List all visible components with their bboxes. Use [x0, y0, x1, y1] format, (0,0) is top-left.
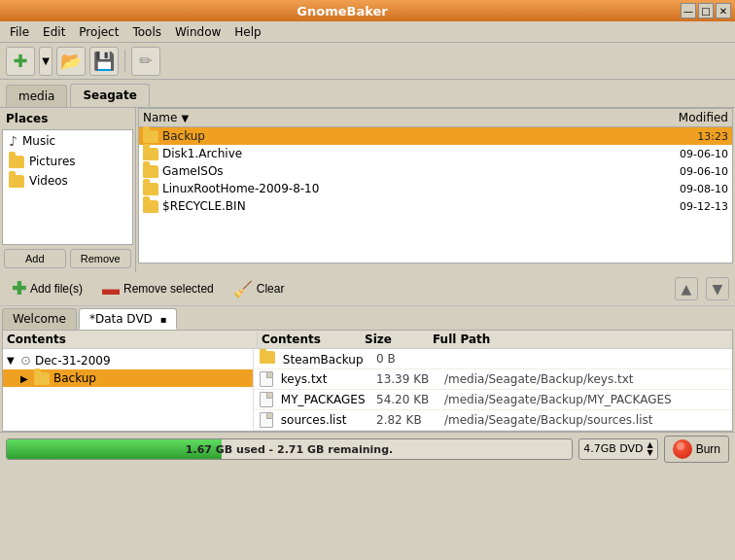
pictures-icon [9, 156, 24, 168]
add-place-button[interactable]: Add [4, 249, 66, 268]
add-icon: ✚ [12, 278, 26, 299]
places-list: ♪ Music Pictures Videos [2, 129, 133, 245]
clear-button[interactable]: 🧹 Clear [228, 278, 291, 300]
dvd-down-arrow[interactable]: ▼ [647, 449, 652, 457]
add-files-label: Add file(s) [30, 282, 83, 296]
content-row-2[interactable]: MY_PACKAGES 54.20 KB /media/Seagate/Back… [254, 390, 732, 410]
menu-file[interactable]: File [4, 23, 35, 41]
file-icon-keys [260, 371, 273, 387]
action-toolbar: ✚ Add file(s) ▬ Remove selected 🧹 Clear … [0, 272, 735, 305]
menubar: File Edit Project Tools Window Help [0, 21, 735, 43]
add-files-button[interactable]: ✚ Add file(s) [6, 276, 88, 301]
tab-close-icon[interactable]: ▪ [160, 314, 167, 325]
top-tab-row: media Seagate [0, 80, 735, 107]
burn-button[interactable]: Burn [664, 436, 729, 463]
menu-tools[interactable]: Tools [126, 23, 167, 41]
folder-icon-steam [260, 351, 275, 364]
tab-media[interactable]: media [6, 85, 67, 107]
progress-bar-container: 1.67 GB used - 2.71 GB remaining. [6, 438, 573, 460]
burn-label: Burn [696, 442, 720, 456]
maximize-button[interactable]: □ [698, 3, 714, 18]
content-row-1[interactable]: keys.txt 13.39 KB /media/Seagate/Backup/… [254, 369, 732, 390]
places-item-videos[interactable]: Videos [3, 171, 132, 191]
bottom-tab-row: Welcome *Data DVD ▪ [0, 305, 735, 330]
places-label: Places [0, 108, 135, 129]
file-list-header: Name ▼ Modified [139, 109, 732, 127]
expand-arrow-2: ▶ [20, 373, 34, 384]
window-controls: — □ ✕ [681, 3, 731, 18]
broom-icon: 🧹 [233, 280, 253, 298]
progress-label: 1.67 GB used - 2.71 GB remaining. [186, 442, 393, 455]
file-date-1: 09-06-10 [660, 148, 728, 160]
open-button[interactable]: 📂 [56, 47, 86, 76]
content-header-left: Contents [7, 332, 258, 346]
file-name-3: LinuxRootHome-2009-8-10 [143, 182, 660, 195]
content-header-path: Full Path [433, 332, 728, 346]
file-date-2: 09-06-10 [660, 165, 728, 178]
backup-folder-icon [34, 372, 50, 385]
file-date-3: 09-08-10 [660, 183, 728, 195]
dropdown-arrow[interactable]: ▼ [39, 47, 52, 76]
content-header-contents: Contents [258, 332, 365, 346]
places-item-pictures[interactable]: Pictures [3, 152, 132, 171]
content-row-3[interactable]: sources.list 2.82 KB /media/Seagate/Back… [254, 410, 732, 431]
disc-label: Dec-31-2009 [35, 354, 111, 368]
tree-row-backup[interactable]: ▶ Backup [3, 369, 253, 387]
file-browser-panel: Name ▼ Modified Backup 13:23 Disk1.Archi… [136, 108, 735, 272]
file-row-0[interactable]: Backup 13:23 [139, 127, 732, 145]
places-label-pictures: Pictures [29, 155, 76, 168]
remove-selected-button[interactable]: ▬ Remove selected [96, 277, 220, 301]
dvd-arrows: ▲ ▼ [647, 441, 652, 457]
places-panel: Places ♪ Music Pictures Videos Add Remov… [0, 108, 136, 272]
content-row-0[interactable]: SteamBackup 0 B [254, 349, 732, 369]
close-button[interactable]: ✕ [716, 3, 731, 18]
tree-row-disc[interactable]: ▼ ⊙ Dec-31-2009 [3, 351, 253, 369]
disc-icon: ⊙ [20, 353, 31, 368]
folder-icon-4 [143, 200, 158, 213]
dvd-selector[interactable]: 4.7GB DVD ▲ ▼ [578, 438, 658, 460]
bottom-tab-data-dvd[interactable]: *Data DVD ▪ [79, 308, 178, 330]
main-toolbar: ✚ ▼ 📂 💾 ✏️ [0, 43, 735, 80]
file-name-4: $RECYCLE.BIN [143, 199, 660, 213]
tab-seagate[interactable]: Seagate [70, 84, 149, 107]
remove-selected-label: Remove selected [123, 282, 214, 296]
file-row-2[interactable]: GameISOs 09-06-10 [139, 162, 732, 180]
menu-window[interactable]: Window [169, 23, 227, 41]
down-button[interactable]: ▼ [706, 277, 729, 300]
remove-place-button[interactable]: Remove [70, 249, 132, 268]
menu-edit[interactable]: Edit [37, 23, 71, 41]
content-header-size: Size [365, 332, 433, 346]
file-name-0: Backup [143, 129, 660, 143]
music-icon: ♪ [9, 133, 18, 149]
file-row-3[interactable]: LinuxRootHome-2009-8-10 09-08-10 [139, 180, 732, 197]
content-headers: Contents Contents Size Full Path [3, 331, 732, 349]
places-buttons: Add Remove [0, 245, 135, 272]
file-row-4[interactable]: $RECYCLE.BIN 09-12-13 [139, 197, 732, 215]
folder-icon-3 [143, 183, 158, 195]
titlebar: GnomeBaker — □ ✕ [0, 0, 735, 21]
file-icon-sources [260, 412, 273, 428]
places-label-videos: Videos [29, 174, 68, 188]
up-button[interactable]: ▲ [675, 277, 698, 300]
menu-help[interactable]: Help [228, 23, 266, 41]
edit-button[interactable]: ✏️ [131, 47, 160, 76]
new-button[interactable]: ✚ [6, 47, 35, 76]
places-item-music[interactable]: ♪ Music [3, 130, 132, 152]
file-date-0: 13:23 [660, 130, 728, 143]
content-area: Contents Contents Size Full Path ▼ ⊙ Dec… [2, 330, 733, 432]
file-row-1[interactable]: Disk1.Archive 09-06-10 [139, 145, 732, 162]
remove-icon: ▬ [102, 279, 120, 299]
expand-arrow: ▼ [7, 355, 20, 366]
folder-icon-2 [143, 165, 158, 178]
main-area: Places ♪ Music Pictures Videos Add Remov… [0, 107, 735, 272]
folder-icon-1 [143, 148, 158, 160]
menu-project[interactable]: Project [73, 23, 124, 41]
save-button[interactable]: 💾 [89, 47, 119, 76]
dvd-label: 4.7GB DVD [583, 442, 643, 455]
minimize-button[interactable]: — [681, 3, 696, 18]
backup-label: Backup [53, 371, 96, 385]
file-icon-packages [260, 392, 273, 407]
bottom-tab-welcome[interactable]: Welcome [2, 308, 77, 330]
file-header-modified: Modified [660, 111, 728, 124]
app-title: GnomeBaker [4, 4, 681, 18]
